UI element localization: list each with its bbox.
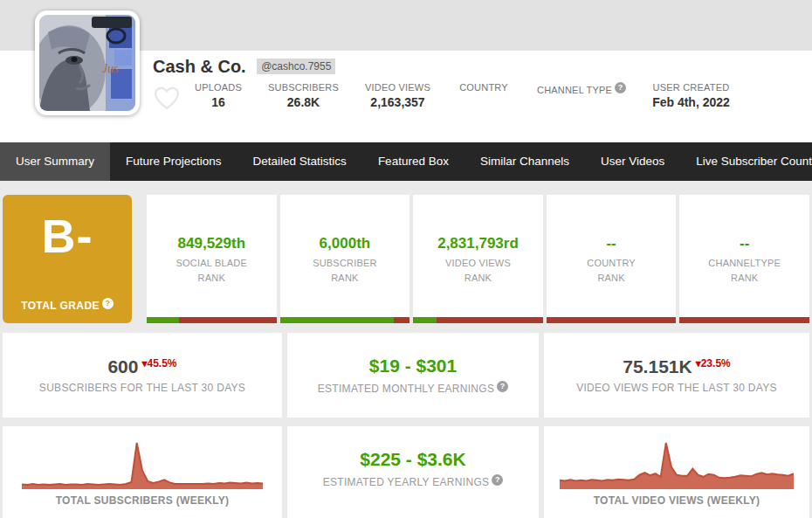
rank-caption: VIDEO VIEWSRANK <box>413 256 543 286</box>
tab-user-summary[interactable]: User Summary <box>0 142 110 181</box>
rank-caption: COUNTRYRANK <box>547 256 677 286</box>
favorite-heart-icon[interactable] <box>153 86 181 114</box>
rank-tile-video-views: 2,831,793rd VIDEO VIEWSRANK <box>413 195 543 323</box>
monthly-earnings-caption: ESTIMATED MONTHLY EARNINGS <box>287 381 539 395</box>
rank-caption: SUBSCRIBERRANK <box>280 256 410 286</box>
subscribers-30d-card: 600▾45.5% SUBSCRIBERS FOR THE LAST 30 DA… <box>3 333 282 418</box>
stat-channel-type: CHANNEL TYPE <box>537 82 626 112</box>
yearly-earnings-card: $225 - $3.6K ESTIMATED YEARLY EARNINGS <box>287 426 539 518</box>
tab-similar-channels[interactable]: Similar Channels <box>464 142 585 181</box>
stat-value <box>537 98 626 112</box>
stat-uploads: UPLOADS 16 <box>195 82 242 109</box>
stat-value: 2,163,357 <box>365 95 430 109</box>
svg-text:Jus: Jus <box>102 62 119 75</box>
total-grade-card: B- TOTAL GRADE <box>3 195 132 323</box>
subscribers-30d-value: 600 <box>107 356 138 376</box>
channel-avatar: Jus <box>35 10 140 115</box>
rank-caption: CHANNELTYPERANK <box>679 256 809 286</box>
monthly-earnings-card: $19 - $301 ESTIMATED MONTHLY EARNINGS <box>287 333 539 418</box>
help-icon[interactable] <box>492 474 503 486</box>
stat-value <box>457 95 511 109</box>
rank-progress-bar <box>413 317 543 323</box>
monthly-earnings-value: $19 - $301 <box>287 356 539 376</box>
avatar-image: Jus <box>39 15 135 111</box>
chart-caption: TOTAL SUBSCRIBERS (WEEKLY) <box>3 494 282 507</box>
video-views-30d-card: 75.151K▾23.5% VIDEO VIEWS FOR THE LAST 3… <box>544 333 809 418</box>
tab-future-projections[interactable]: Future Projections <box>110 142 237 181</box>
stat-value: Feb 4th, 2022 <box>652 95 730 109</box>
rank-progress-bar <box>147 317 277 323</box>
thirty-day-stats-row: 600▾45.5% SUBSCRIBERS FOR THE LAST 30 DA… <box>0 333 812 418</box>
yearly-earnings-value: $225 - $3.6K <box>287 449 539 470</box>
rank-value: 2,831,793rd <box>413 235 543 252</box>
delta-down-badge: ▾45.5% <box>141 357 176 370</box>
grade-label: TOTAL GRADE <box>3 298 132 312</box>
weekly-charts-row: TOTAL SUBSCRIBERS (WEEKLY) $225 - $3.6K … <box>0 426 812 518</box>
rank-tile-subscriber: 6,000th SUBSCRIBERRANK <box>280 195 410 323</box>
stat-subscribers: SUBSCRIBERS 26.8K <box>268 82 339 109</box>
rank-value: -- <box>679 235 809 252</box>
stat-value: 16 <box>195 95 242 109</box>
tab-live-subscriber-count[interactable]: Live Subscriber Count <box>680 142 812 181</box>
stat-video-views: VIDEO VIEWS 2,163,357 <box>365 82 430 109</box>
rank-progress-bar <box>679 317 809 323</box>
stat-label: UPLOADS <box>195 82 242 93</box>
stat-label: CHANNEL TYPE <box>537 82 626 95</box>
stat-label: VIDEO VIEWS <box>365 82 430 93</box>
rank-tile-channeltype: -- CHANNELTYPERANK <box>679 195 809 323</box>
tab-detailed-statistics[interactable]: Detailed Statistics <box>237 142 362 181</box>
delta-down-badge: ▾23.5% <box>696 357 731 370</box>
rank-value: 849,529th <box>147 235 277 252</box>
rank-value: -- <box>547 235 677 252</box>
rank-caption: SOCIAL BLADERANK <box>147 256 277 286</box>
help-icon[interactable] <box>615 82 626 93</box>
section-tabs: User Summary Future Projections Detailed… <box>0 142 812 181</box>
rank-value: 6,000th <box>280 235 410 252</box>
tab-featured-box[interactable]: Featured Box <box>362 142 464 181</box>
stat-label: COUNTRY <box>457 82 511 93</box>
total-video-views-chart-card: TOTAL VIDEO VIEWS (WEEKLY) <box>544 426 809 518</box>
stat-label: USER CREATED <box>652 82 730 93</box>
total-video-views-sparkline <box>560 440 794 489</box>
rank-tile-country: -- COUNTRYRANK <box>547 195 677 323</box>
total-subscribers-sparkline <box>22 440 263 489</box>
chart-caption: TOTAL VIDEO VIEWS (WEEKLY) <box>544 494 809 507</box>
rank-progress-bar <box>280 317 410 323</box>
help-icon[interactable] <box>102 298 114 309</box>
tab-user-videos[interactable]: User Videos <box>585 142 680 181</box>
grade-letter: B- <box>3 195 132 263</box>
help-icon[interactable] <box>497 381 508 392</box>
total-subscribers-chart-card: TOTAL SUBSCRIBERS (WEEKLY) <box>3 426 282 518</box>
video-views-30d-caption: VIDEO VIEWS FOR THE LAST 30 DAYS <box>544 382 809 394</box>
rank-progress-bar <box>547 317 677 323</box>
rank-tile-social-blade: 849,529th SOCIAL BLADERANK <box>147 195 277 323</box>
subscribers-30d-caption: SUBSCRIBERS FOR THE LAST 30 DAYS <box>3 382 282 394</box>
channel-title: Cash & Co. <box>153 57 246 76</box>
stat-country: COUNTRY <box>457 82 511 109</box>
socialblade-user-summary-page: Cash & Co. @cashco.7955 UPLOADS 16 SUBSC… <box>0 0 812 518</box>
channel-handle: @cashco.7955 <box>257 59 335 74</box>
stat-user-created: USER CREATED Feb 4th, 2022 <box>652 82 730 109</box>
rank-section: B- TOTAL GRADE 849,529th SOCIAL BLADERAN… <box>0 181 812 323</box>
yearly-earnings-caption: ESTIMATED YEARLY EARNINGS <box>287 474 539 488</box>
video-views-30d-value: 75.151K <box>623 356 692 376</box>
stat-label: SUBSCRIBERS <box>268 82 339 93</box>
stat-value: 26.8K <box>268 95 339 109</box>
